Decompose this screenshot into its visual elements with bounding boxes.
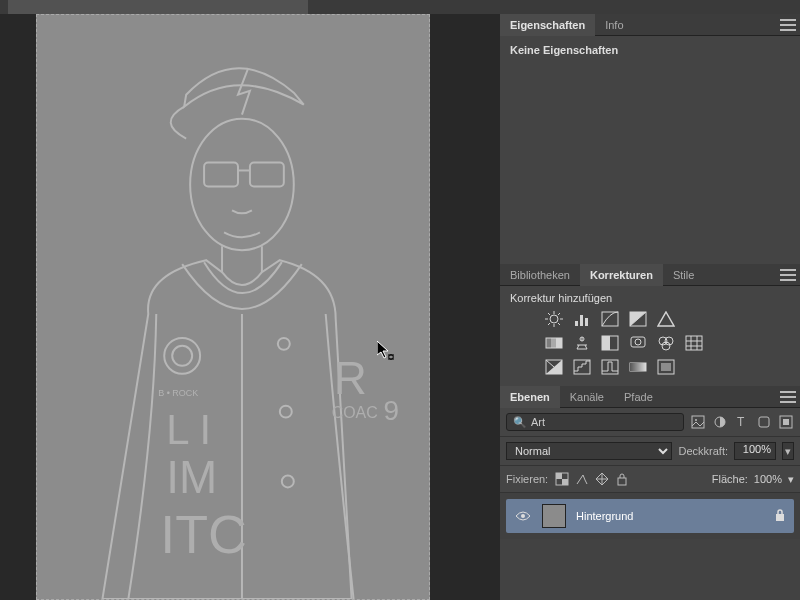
lock-icon	[774, 508, 786, 524]
filter-smartobject-icon[interactable]	[778, 414, 794, 430]
svg-rect-37	[551, 338, 556, 348]
panel-menu-icon[interactable]	[780, 269, 796, 281]
tab-info[interactable]: Info	[595, 14, 633, 36]
svg-text:T: T	[737, 415, 745, 429]
svg-rect-63	[759, 417, 769, 427]
properties-panel-body: Keine Eigenschaften	[500, 36, 800, 264]
lock-transparent-icon[interactable]	[554, 471, 570, 487]
svg-rect-56	[630, 363, 646, 371]
svg-rect-65	[783, 419, 789, 425]
svg-line-28	[548, 323, 550, 325]
tab-libraries[interactable]: Bibliotheken	[500, 264, 580, 286]
svg-rect-41	[602, 336, 610, 350]
svg-point-60	[695, 419, 697, 421]
layer-row[interactable]: Hintergrund	[506, 499, 794, 533]
layers-panel-tabs: Ebenen Kanäle Pfade	[500, 386, 800, 408]
svg-text:B • ROCK: B • ROCK	[158, 388, 198, 398]
svg-point-43	[635, 339, 641, 345]
svg-rect-30	[575, 321, 578, 326]
svg-rect-38	[556, 338, 562, 348]
tab-adjustments[interactable]: Korrekturen	[580, 264, 663, 286]
svg-rect-68	[562, 479, 568, 485]
color-balance-icon[interactable]	[572, 334, 592, 352]
search-icon: 🔍	[513, 416, 527, 429]
svg-point-70	[521, 514, 525, 518]
tab-channels[interactable]: Kanäle	[560, 386, 614, 408]
layer-list: Hintergrund	[500, 493, 800, 539]
panel-menu-icon[interactable]	[780, 19, 796, 31]
svg-rect-31	[580, 315, 583, 326]
opacity-stepper[interactable]: ▾	[782, 442, 794, 460]
vibrance-icon[interactable]	[656, 310, 676, 328]
no-properties-label: Keine Eigenschaften	[510, 44, 790, 56]
svg-line-29	[558, 313, 560, 315]
opacity-value[interactable]: 100%	[734, 442, 776, 460]
hue-saturation-icon[interactable]	[544, 334, 564, 352]
svg-rect-69	[618, 478, 626, 485]
gradient-map-icon[interactable]	[628, 358, 648, 376]
fill-value[interactable]: 100%	[754, 473, 782, 485]
opacity-label: Deckkraft:	[678, 445, 728, 457]
tab-paths[interactable]: Pfade	[614, 386, 663, 408]
layer-name[interactable]: Hintergrund	[576, 510, 764, 522]
visibility-eye-icon[interactable]	[514, 510, 532, 522]
document-tab-strip	[0, 0, 800, 14]
layers-panel-body: 🔍 Art T Normal Deckkraft: 100% ▾ Fixiere…	[500, 408, 800, 539]
selective-color-icon[interactable]	[656, 358, 676, 376]
tab-properties[interactable]: Eigenschaften	[500, 14, 595, 36]
adjustments-panel-body: Korrektur hinzufügen	[500, 286, 800, 386]
panel-menu-icon[interactable]	[780, 391, 796, 403]
photo-filter-icon[interactable]	[628, 334, 648, 352]
lock-label: Fixieren:	[506, 473, 548, 485]
layer-filter-type-label: Art	[531, 416, 545, 428]
svg-text:ITC: ITC	[160, 504, 247, 564]
properties-panel-tabs: Eigenschaften Info	[500, 14, 800, 36]
blend-mode-select[interactable]: Normal	[506, 442, 672, 460]
svg-rect-36	[546, 338, 551, 348]
layer-filter-search[interactable]: 🔍 Art	[506, 413, 684, 431]
svg-rect-47	[686, 336, 702, 350]
svg-text:R: R	[334, 353, 367, 404]
exposure-icon[interactable]	[628, 310, 648, 328]
levels-icon[interactable]	[572, 310, 592, 328]
svg-point-21	[550, 315, 558, 323]
lock-image-icon[interactable]	[574, 471, 590, 487]
filter-type-icon[interactable]: T	[734, 414, 750, 430]
tab-styles[interactable]: Stile	[663, 264, 704, 286]
add-adjustment-label: Korrektur hinzufügen	[510, 292, 790, 304]
lock-position-icon[interactable]	[594, 471, 610, 487]
svg-line-26	[548, 313, 550, 315]
svg-rect-59	[692, 416, 704, 428]
svg-rect-58	[661, 363, 671, 371]
svg-line-27	[558, 323, 560, 325]
svg-rect-67	[556, 473, 562, 479]
svg-text:L I: L I	[166, 406, 211, 453]
lock-all-icon[interactable]	[614, 471, 630, 487]
filter-adjustment-icon[interactable]	[712, 414, 728, 430]
channel-mixer-icon[interactable]	[656, 334, 676, 352]
filter-shape-icon[interactable]	[756, 414, 772, 430]
svg-text:COAC: COAC	[332, 404, 378, 421]
filter-pixel-icon[interactable]	[690, 414, 706, 430]
svg-text:IM: IM	[166, 452, 217, 503]
fill-label: Fläche:	[712, 473, 748, 485]
invert-icon[interactable]	[544, 358, 564, 376]
adjustments-panel-tabs: Bibliotheken Korrekturen Stile	[500, 264, 800, 286]
brightness-contrast-icon[interactable]	[544, 310, 564, 328]
fill-stepper[interactable]: ▾	[788, 473, 794, 486]
curves-icon[interactable]	[600, 310, 620, 328]
tab-layers[interactable]: Ebenen	[500, 386, 560, 408]
black-white-icon[interactable]	[600, 334, 620, 352]
svg-text:9: 9	[383, 395, 399, 426]
layer-thumbnail[interactable]	[542, 504, 566, 528]
posterize-icon[interactable]	[572, 358, 592, 376]
canvas-area: B • ROCK R COAC 9 L I IM ITC	[0, 14, 500, 600]
color-lookup-icon[interactable]	[684, 334, 704, 352]
threshold-icon[interactable]	[600, 358, 620, 376]
canvas-document[interactable]: B • ROCK R COAC 9 L I IM ITC	[36, 14, 430, 600]
svg-rect-71	[776, 514, 784, 521]
svg-rect-33	[602, 312, 618, 326]
svg-rect-32	[585, 318, 588, 326]
document-tab[interactable]	[8, 0, 308, 14]
